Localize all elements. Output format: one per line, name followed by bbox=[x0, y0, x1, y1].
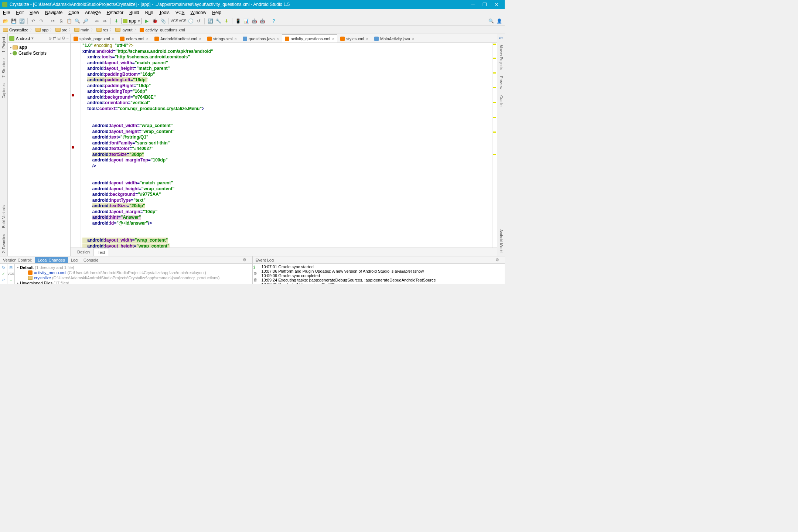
editor-tab[interactable]: strings.xml× bbox=[204, 34, 240, 42]
hide-icon[interactable]: − bbox=[500, 258, 502, 262]
crumb-main[interactable]: main bbox=[74, 28, 89, 32]
hide-icon[interactable]: − bbox=[248, 258, 250, 262]
run-icon[interactable]: ▶ bbox=[143, 18, 150, 24]
toolwindow-captures[interactable]: Captures bbox=[1, 81, 7, 102]
user-icon[interactable]: 👤 bbox=[496, 18, 502, 24]
close-tab-icon[interactable]: × bbox=[412, 37, 414, 41]
toolwindow-maven[interactable]: Maven Projects bbox=[498, 42, 504, 73]
back-icon[interactable]: ⇦ bbox=[93, 18, 100, 24]
gear-icon[interactable]: ⚙ bbox=[62, 36, 65, 41]
forward-icon[interactable]: ⇨ bbox=[102, 18, 108, 24]
monitor-icon[interactable]: 📊 bbox=[243, 18, 249, 24]
menu-analyze[interactable]: Analyze bbox=[82, 10, 104, 15]
close-tab-icon[interactable]: × bbox=[146, 37, 149, 41]
help-icon[interactable]: ? bbox=[270, 18, 277, 24]
menu-code[interactable]: Code bbox=[65, 10, 82, 15]
editor-tab[interactable]: splash_page.xml× bbox=[71, 34, 117, 42]
menu-build[interactable]: Build bbox=[126, 10, 142, 15]
make-icon[interactable]: ⬇ bbox=[113, 18, 120, 24]
vcs-update-icon[interactable]: VCS bbox=[171, 18, 178, 24]
gear-icon[interactable]: ⚙ bbox=[495, 258, 499, 262]
minimize-button[interactable]: ─ bbox=[467, 2, 479, 7]
tree-node-app[interactable]: ▸app bbox=[10, 44, 68, 50]
toolwindow-preview[interactable]: Preview bbox=[498, 73, 504, 92]
project-view-label[interactable]: Android bbox=[16, 36, 30, 41]
tab-design[interactable]: Design bbox=[74, 249, 93, 255]
search-everywhere-icon[interactable]: 🔍 bbox=[488, 18, 494, 24]
menu-help[interactable]: Help bbox=[209, 10, 224, 15]
toolwindow-build-variants[interactable]: Build Variants bbox=[1, 202, 7, 231]
navigate-icon[interactable]: ⇄ bbox=[53, 36, 56, 41]
close-tab-icon[interactable]: × bbox=[276, 37, 279, 41]
editor-tab[interactable]: activity_questions.xml× bbox=[282, 34, 337, 42]
editor-marker-bar[interactable] bbox=[492, 43, 497, 248]
editor-tab[interactable]: styles.xml× bbox=[337, 34, 371, 42]
toolwindow-project[interactable]: 1: Project bbox=[1, 34, 7, 55]
tree-node-gradle[interactable]: ▸Gradle Scripts bbox=[10, 50, 68, 56]
ddms-icon[interactable]: 🤖 bbox=[251, 18, 258, 24]
code-editor[interactable]: "1.0" encoding="utf-8"?> xmlns:android="… bbox=[71, 43, 497, 248]
avd-manager-icon[interactable]: 📱 bbox=[235, 18, 241, 24]
save-icon[interactable]: 💾 bbox=[10, 18, 17, 24]
editor-gutter[interactable] bbox=[71, 43, 81, 248]
find-icon[interactable]: 🔍 bbox=[74, 18, 81, 24]
update-icon[interactable]: ⊟ bbox=[8, 265, 14, 270]
close-tab-icon[interactable]: × bbox=[199, 37, 201, 41]
maximize-button[interactable]: ❐ bbox=[479, 2, 491, 7]
menu-tools[interactable]: Tools bbox=[156, 10, 173, 15]
android-debug-icon[interactable]: 🤖 bbox=[259, 18, 266, 24]
redo-icon[interactable]: ↷ bbox=[38, 18, 45, 24]
vc-unversioned-node[interactable]: ▸Unversioned Files (17 files) bbox=[17, 280, 250, 284]
sync-project-icon[interactable]: 🔄 bbox=[207, 18, 214, 24]
crumb-src[interactable]: src bbox=[55, 28, 67, 32]
crumb-layout[interactable]: layout bbox=[115, 28, 132, 32]
editor-text[interactable]: "1.0" encoding="utf-8"?> xmlns:android="… bbox=[81, 43, 492, 248]
vcs-commit-icon[interactable]: VCS bbox=[179, 18, 186, 24]
close-button[interactable]: ✕ bbox=[491, 2, 502, 7]
project-structure-icon[interactable]: 🔧 bbox=[215, 18, 222, 24]
close-tab-icon[interactable]: × bbox=[112, 37, 114, 41]
crumb-file[interactable]: activity_questions.xml bbox=[140, 28, 185, 32]
vc-tab-local-changes[interactable]: Local Changes bbox=[35, 257, 68, 263]
copy-icon[interactable]: ⎘ bbox=[58, 18, 64, 24]
menu-view[interactable]: View bbox=[27, 10, 42, 15]
vc-tab-console[interactable]: Console bbox=[81, 257, 101, 263]
tab-text[interactable]: Text bbox=[93, 249, 109, 256]
settings-icon[interactable]: ⚙ bbox=[253, 271, 259, 276]
close-tab-icon[interactable]: × bbox=[332, 37, 334, 41]
hide-icon[interactable]: − bbox=[66, 36, 69, 41]
vc-content[interactable]: ▾Default (1 directory and 1 file) activi… bbox=[15, 264, 252, 284]
editor-tab[interactable]: AndroidManifest.xml× bbox=[151, 34, 204, 42]
open-icon[interactable]: 📂 bbox=[2, 18, 9, 24]
eventlog-text[interactable]: 10:07:01 Gradle sync started10:07:06 Pla… bbox=[260, 264, 505, 284]
menu-vcs[interactable]: VCS bbox=[173, 10, 188, 15]
toolwindow-gradle[interactable]: Gradle bbox=[498, 92, 504, 109]
close-tab-icon[interactable]: × bbox=[366, 37, 368, 41]
toolwindow-android-model[interactable]: Android Model bbox=[498, 226, 504, 256]
menu-window[interactable]: Window bbox=[187, 10, 209, 15]
attach-icon[interactable]: 📎 bbox=[160, 18, 166, 24]
sync-icon[interactable]: 🔄 bbox=[18, 18, 25, 24]
breakpoint-marker[interactable] bbox=[72, 94, 74, 96]
toolwindow-structure[interactable]: 7: Structure bbox=[1, 55, 7, 81]
refresh-icon[interactable]: ↻ bbox=[1, 265, 6, 270]
clear-icon[interactable]: 🗑 bbox=[253, 277, 259, 283]
vcs-revert-icon[interactable]: ↺ bbox=[195, 18, 202, 24]
close-tab-icon[interactable]: × bbox=[235, 37, 237, 41]
run-config-selector[interactable]: app ▾ bbox=[121, 18, 142, 24]
scroll-icon[interactable]: ⊕ bbox=[48, 36, 52, 41]
add-icon[interactable]: + bbox=[8, 277, 14, 283]
debug-icon[interactable]: 🐞 bbox=[151, 18, 158, 24]
vc-file[interactable]: crystalize (C:\Users\Adamski\AndroidStud… bbox=[17, 275, 250, 280]
undo-icon[interactable]: ↶ bbox=[30, 18, 37, 24]
paste-icon[interactable]: 📋 bbox=[66, 18, 72, 24]
commit-icon[interactable]: ✓ bbox=[1, 271, 6, 276]
menu-run[interactable]: Run bbox=[142, 10, 156, 15]
editor-tab[interactable]: questions.java× bbox=[240, 34, 282, 42]
info-icon[interactable]: ℹ bbox=[253, 265, 259, 270]
crumb-res[interactable]: res bbox=[96, 28, 108, 32]
editor-tab[interactable]: colors.xml× bbox=[117, 34, 151, 42]
collapse-icon[interactable]: ⊟ bbox=[57, 36, 61, 41]
vc-file[interactable]: activity_menu.xml (C:\Users\Adamski\Andr… bbox=[17, 270, 250, 275]
vcs-history-icon[interactable]: 🕒 bbox=[187, 18, 194, 24]
